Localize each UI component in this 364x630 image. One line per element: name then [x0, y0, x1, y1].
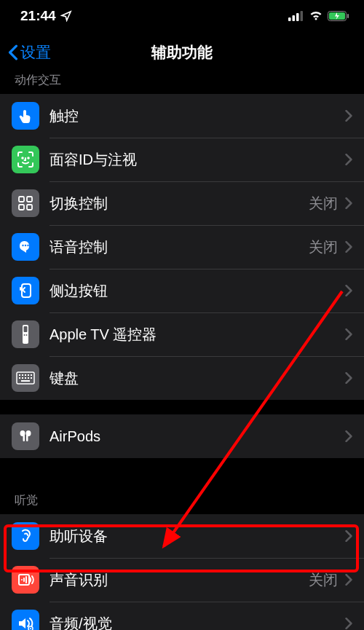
row-label: 触控 — [50, 106, 345, 126]
chevron-right-icon — [345, 110, 352, 122]
sound-recognition-icon — [12, 566, 39, 594]
status-bar: 21:44 — [0, 0, 364, 32]
list-physical-motor: 触控 面容ID与注视 切换控制 关闭 语音控制 关闭 侧边按钮 — [0, 94, 364, 400]
svg-rect-24 — [22, 374, 23, 376]
row-detail: 关闭 — [309, 237, 338, 257]
airpods-icon — [12, 422, 39, 450]
svg-rect-25 — [25, 374, 26, 376]
switch-control-icon — [12, 189, 39, 217]
row-label: 语音控制 — [50, 237, 309, 257]
row-apple-tv-remote[interactable]: Apple TV 遥控器 — [0, 312, 364, 356]
chevron-right-icon — [345, 241, 352, 253]
voice-control-icon — [12, 233, 39, 261]
svg-rect-0 — [288, 17, 291, 21]
row-label: 面容ID与注视 — [50, 150, 345, 170]
back-label: 设置 — [20, 42, 51, 63]
chevron-right-icon — [345, 372, 352, 384]
section-header-physical: 动作交互 — [0, 73, 364, 94]
keyboard-icon — [12, 364, 39, 392]
row-label: 键盘 — [50, 369, 345, 388]
chevron-right-icon — [345, 430, 352, 442]
svg-rect-1 — [293, 15, 296, 21]
row-keyboard[interactable]: 键盘 — [0, 356, 364, 400]
row-label: 声音识别 — [50, 570, 309, 590]
svg-rect-9 — [19, 197, 24, 202]
chevron-left-icon — [7, 44, 19, 60]
svg-rect-23 — [19, 374, 20, 376]
svg-rect-6 — [347, 14, 349, 18]
svg-point-7 — [22, 157, 23, 159]
nav-bar: 设置 辅助功能 — [0, 32, 364, 73]
audio-visual-icon — [12, 610, 39, 630]
row-label: Apple TV 遥控器 — [50, 325, 345, 344]
svg-rect-30 — [25, 377, 26, 379]
row-faceid[interactable]: 面容ID与注视 — [0, 138, 364, 181]
svg-rect-10 — [27, 197, 32, 202]
row-audio-visual[interactable]: 音频/视觉 — [0, 602, 364, 630]
row-label: 助听设备 — [50, 527, 345, 546]
svg-point-14 — [25, 245, 26, 246]
faceid-icon — [12, 146, 39, 173]
touch-icon — [12, 102, 39, 130]
chevron-right-icon — [345, 154, 352, 165]
svg-rect-26 — [28, 374, 29, 376]
side-button-icon — [12, 277, 39, 304]
page-title: 辅助功能 — [151, 42, 213, 63]
hearing-devices-icon — [12, 522, 39, 550]
row-airpods[interactable]: AirPods — [0, 414, 364, 458]
apple-tv-remote-icon — [12, 320, 39, 348]
back-button[interactable]: 设置 — [7, 42, 51, 63]
chevron-right-icon — [345, 328, 352, 340]
row-detail: 关闭 — [309, 570, 338, 590]
row-touch[interactable]: 触控 — [0, 94, 364, 138]
row-hearing-devices[interactable]: 助听设备 — [0, 514, 364, 558]
battery-icon — [328, 11, 349, 21]
row-label: 音频/视觉 — [50, 614, 345, 631]
svg-rect-32 — [31, 377, 32, 379]
row-label: 侧边按钮 — [50, 281, 345, 301]
svg-rect-17 — [20, 287, 21, 291]
chevron-right-icon — [345, 285, 352, 296]
row-label: 切换控制 — [50, 194, 309, 213]
svg-rect-35 — [23, 435, 25, 441]
svg-rect-12 — [27, 205, 32, 210]
cellular-icon — [288, 11, 304, 21]
chevron-right-icon — [345, 197, 352, 209]
chevron-right-icon — [345, 530, 352, 542]
svg-rect-27 — [31, 374, 32, 376]
chevron-right-icon — [345, 618, 352, 629]
status-time: 21:44 — [20, 8, 56, 24]
row-sound-recognition[interactable]: 声音识别 关闭 — [0, 558, 364, 602]
svg-point-21 — [26, 334, 28, 336]
svg-rect-31 — [28, 377, 29, 379]
svg-rect-3 — [301, 11, 304, 21]
list-airpods: AirPods — [0, 414, 364, 458]
row-label: AirPods — [50, 428, 345, 445]
svg-point-40 — [30, 628, 31, 629]
svg-point-20 — [24, 334, 25, 336]
svg-rect-19 — [24, 326, 28, 332]
svg-rect-11 — [19, 205, 24, 210]
svg-rect-33 — [21, 380, 30, 382]
list-hearing: 助听设备 声音识别 关闭 音频/视觉 字幕与隐藏式字幕 — [0, 514, 364, 630]
wifi-icon — [309, 11, 323, 21]
svg-rect-2 — [296, 13, 299, 21]
row-voice-control[interactable]: 语音控制 关闭 — [0, 225, 364, 269]
section-header-hearing: 听觉 — [0, 487, 364, 514]
svg-rect-29 — [22, 377, 23, 379]
svg-rect-28 — [19, 377, 20, 379]
svg-point-15 — [27, 245, 28, 246]
location-icon — [60, 10, 72, 22]
chevron-right-icon — [345, 574, 352, 586]
row-detail: 关闭 — [309, 194, 338, 213]
svg-rect-37 — [26, 435, 28, 441]
row-switch-control[interactable]: 切换控制 关闭 — [0, 181, 364, 225]
svg-point-13 — [22, 245, 23, 246]
svg-point-8 — [28, 157, 29, 159]
row-side-button[interactable]: 侧边按钮 — [0, 269, 364, 312]
